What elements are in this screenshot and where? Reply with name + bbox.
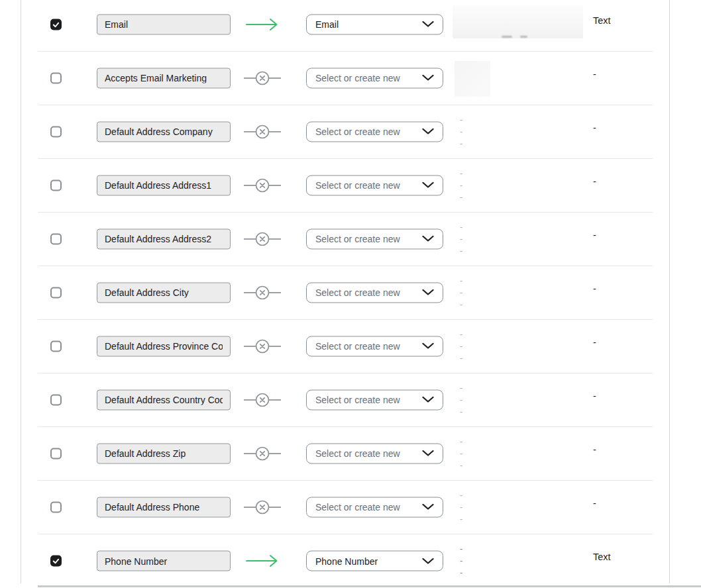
mapping-indicator bbox=[244, 339, 281, 354]
sample-dash: - bbox=[460, 462, 462, 469]
mapping-indicator bbox=[244, 232, 281, 246]
source-field-input[interactable] bbox=[97, 228, 231, 249]
data-type-label: - bbox=[593, 444, 596, 455]
source-field-input[interactable] bbox=[97, 336, 231, 356]
data-type-label: - bbox=[593, 498, 596, 509]
source-field-input[interactable] bbox=[97, 68, 231, 88]
row-select-checkbox[interactable] bbox=[50, 19, 62, 30]
sample-dash: - bbox=[460, 301, 462, 308]
sample-data-dashes: - - - bbox=[460, 492, 462, 522]
sample-dash: - bbox=[460, 182, 462, 189]
target-field-select[interactable]: Email bbox=[306, 14, 443, 34]
row-select-checkbox[interactable] bbox=[50, 287, 62, 298]
data-type-label: - bbox=[593, 337, 596, 348]
arrow-right-icon bbox=[245, 17, 280, 32]
row-select-checkbox[interactable] bbox=[50, 501, 62, 513]
data-type-label: Text bbox=[593, 552, 611, 562]
target-field-select[interactable]: Select or create new bbox=[306, 121, 443, 142]
target-field-select[interactable]: Select or create new bbox=[306, 175, 443, 195]
sample-dash: - bbox=[460, 331, 462, 338]
mapping-indicator bbox=[244, 178, 281, 193]
sample-dash: - bbox=[460, 343, 462, 350]
chevron-down-icon bbox=[422, 450, 434, 457]
sample-data-dashes: - - - bbox=[460, 224, 462, 254]
target-field-value: Select or create new bbox=[315, 448, 400, 459]
bottom-divider bbox=[38, 585, 701, 587]
mapping-indicator bbox=[244, 285, 281, 300]
source-field-input[interactable] bbox=[97, 389, 231, 410]
source-field-input[interactable] bbox=[97, 175, 231, 195]
target-field-select[interactable]: Select or create new bbox=[306, 389, 443, 410]
mapping-indicator bbox=[244, 554, 281, 568]
row-select-checkbox[interactable] bbox=[50, 340, 62, 352]
row-select-checkbox[interactable] bbox=[50, 126, 62, 137]
target-field-select[interactable]: Select or create new bbox=[306, 443, 443, 464]
field-mapping-row: Select or create new - - - - bbox=[38, 320, 653, 373]
target-field-value: Select or create new bbox=[315, 287, 400, 298]
sample-dash: - bbox=[460, 409, 462, 415]
target-field-value: Select or create new bbox=[315, 395, 400, 405]
target-field-select[interactable]: Select or create new bbox=[306, 282, 443, 303]
field-mapping-rows: Email - - - Text bbox=[0, 0, 701, 588]
data-type-label: - bbox=[593, 122, 596, 133]
target-field-select[interactable]: Select or create new bbox=[306, 68, 443, 88]
field-mapping-row: Select or create new - - - - bbox=[38, 105, 653, 159]
field-mapping-row: Select or create new - - - - bbox=[38, 266, 653, 320]
sample-dash: - bbox=[460, 385, 462, 391]
chevron-down-icon bbox=[422, 289, 434, 296]
unmapped-circle-x-icon bbox=[244, 124, 281, 139]
sample-dash: - bbox=[460, 289, 462, 296]
sample-data-dashes: - - - bbox=[460, 438, 462, 469]
sample-dash: - bbox=[460, 170, 462, 177]
source-field-input[interactable] bbox=[97, 121, 231, 142]
source-field-input[interactable] bbox=[97, 14, 231, 34]
sample-data-dashes: - - - bbox=[460, 546, 462, 576]
data-type-label: - bbox=[593, 283, 596, 294]
target-field-select[interactable]: Select or create new bbox=[306, 228, 443, 249]
data-type-label: - bbox=[593, 176, 596, 187]
sample-data-dashes: - - - bbox=[460, 277, 462, 308]
mapping-indicator bbox=[244, 500, 281, 514]
blur-smudge bbox=[502, 36, 512, 38]
row-select-checkbox[interactable] bbox=[50, 556, 62, 567]
source-field-input[interactable] bbox=[97, 551, 231, 571]
chevron-down-icon bbox=[422, 343, 434, 350]
source-field-input[interactable] bbox=[97, 443, 231, 464]
target-field-value: Select or create new bbox=[315, 341, 400, 352]
unmapped-circle-x-icon bbox=[244, 285, 281, 300]
sample-dash: - bbox=[460, 236, 462, 242]
sample-dash: - bbox=[460, 277, 462, 284]
source-field-input[interactable] bbox=[97, 282, 231, 303]
mapping-indicator bbox=[244, 17, 281, 32]
row-select-checkbox[interactable] bbox=[50, 394, 62, 405]
chevron-down-icon bbox=[422, 504, 434, 511]
target-field-select[interactable]: Select or create new bbox=[306, 497, 443, 517]
checkmark-icon bbox=[52, 557, 60, 565]
blur-smudge bbox=[520, 36, 527, 38]
row-select-checkbox[interactable] bbox=[50, 233, 62, 244]
unmapped-circle-x-icon bbox=[244, 71, 281, 85]
field-mapping-panel: Email - - - Text bbox=[0, 0, 701, 588]
sample-dash: - bbox=[460, 516, 462, 522]
target-field-select[interactable]: Select or create new bbox=[306, 336, 443, 356]
row-select-checkbox[interactable] bbox=[50, 72, 62, 83]
sample-dash: - bbox=[460, 558, 462, 564]
field-mapping-row: Select or create new - - - - bbox=[38, 481, 653, 534]
target-field-value: Phone Number bbox=[315, 556, 378, 566]
field-mapping-row: Select or create new - - - - bbox=[38, 52, 653, 105]
target-field-value: Select or create new bbox=[315, 73, 400, 83]
checkmark-icon bbox=[52, 20, 60, 28]
data-type-label: - bbox=[593, 69, 596, 79]
unmapped-circle-x-icon bbox=[244, 393, 281, 407]
sample-data-dashes: - - - bbox=[460, 170, 462, 201]
source-field-input[interactable] bbox=[97, 497, 231, 517]
row-select-checkbox[interactable] bbox=[50, 179, 62, 191]
target-field-select[interactable]: Phone Number bbox=[306, 551, 443, 571]
sample-dash: - bbox=[460, 450, 462, 457]
data-type-label: - bbox=[593, 230, 596, 240]
sample-data-dashes: - - - bbox=[460, 117, 462, 147]
row-select-checkbox[interactable] bbox=[50, 448, 62, 459]
mapping-indicator bbox=[244, 446, 281, 461]
chevron-down-icon bbox=[422, 236, 434, 242]
target-field-value: Select or create new bbox=[315, 126, 400, 137]
